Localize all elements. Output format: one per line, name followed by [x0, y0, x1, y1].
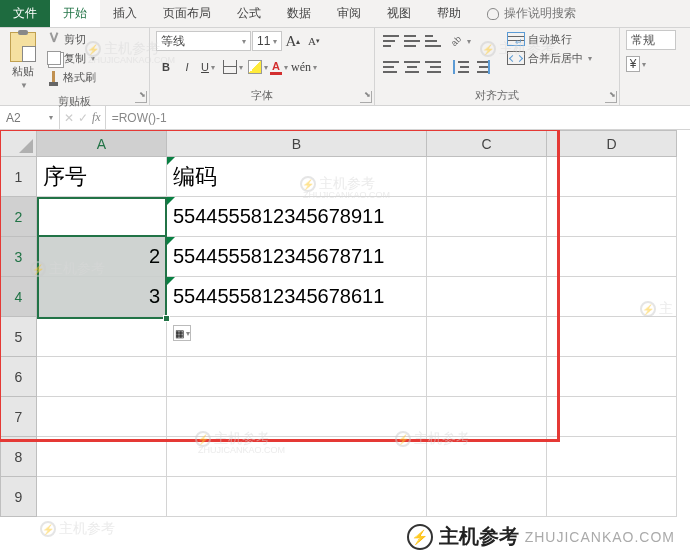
- cell-D6[interactable]: [547, 357, 677, 397]
- tab-page-layout[interactable]: 页面布局: [150, 0, 224, 27]
- cell-C7[interactable]: [427, 397, 547, 437]
- row-2: 215544555812345678911: [1, 197, 677, 237]
- font-size-selector[interactable]: 11▾: [252, 31, 282, 51]
- cell-B5[interactable]: [167, 317, 427, 357]
- number-format-selector[interactable]: 常规: [626, 30, 676, 50]
- cell-A9[interactable]: [37, 477, 167, 517]
- confirm-formula-button[interactable]: ✓: [78, 111, 88, 125]
- row-header-7[interactable]: 7: [1, 397, 37, 437]
- cell-C2[interactable]: [427, 197, 547, 237]
- clipboard-launcher[interactable]: ⬊: [135, 91, 147, 103]
- underline-button[interactable]: U▾: [198, 57, 218, 77]
- phonetic-button[interactable]: wén▾: [294, 57, 314, 77]
- decrease-indent-button[interactable]: [451, 57, 471, 77]
- cell-D9[interactable]: [547, 477, 677, 517]
- font-name-selector[interactable]: 等线▾: [156, 31, 251, 51]
- cell-A4[interactable]: 3: [37, 277, 167, 317]
- copy-button[interactable]: 复制▾: [44, 49, 99, 67]
- tab-view[interactable]: 视图: [374, 0, 424, 27]
- cell-D8[interactable]: [547, 437, 677, 477]
- decrease-font-button[interactable]: A▾: [304, 31, 324, 51]
- row-header-5[interactable]: 5: [1, 317, 37, 357]
- cell-B7[interactable]: [167, 397, 427, 437]
- align-top-button[interactable]: [381, 31, 401, 51]
- bold-button[interactable]: B: [156, 57, 176, 77]
- tab-formulas[interactable]: 公式: [224, 0, 274, 27]
- align-middle-button[interactable]: [402, 31, 422, 51]
- worksheet[interactable]: ABCD1序号编码2155445558123456789113255445558…: [0, 130, 690, 517]
- cell-A6[interactable]: [37, 357, 167, 397]
- tab-home[interactable]: 开始: [50, 0, 100, 27]
- autofill-options-button[interactable]: ▦▾: [173, 325, 191, 341]
- cell-C4[interactable]: [427, 277, 547, 317]
- col-header-C[interactable]: C: [427, 131, 547, 157]
- cancel-formula-button[interactable]: ✕: [64, 111, 74, 125]
- italic-button[interactable]: I: [177, 57, 197, 77]
- cell-A8[interactable]: [37, 437, 167, 477]
- cell-D5[interactable]: [547, 317, 677, 357]
- row-header-6[interactable]: 6: [1, 357, 37, 397]
- tell-me-search[interactable]: 操作说明搜索: [474, 0, 589, 27]
- col-header-D[interactable]: D: [547, 131, 677, 157]
- border-button[interactable]: ▾: [223, 57, 243, 77]
- formula-input[interactable]: =ROW()-1: [106, 106, 690, 129]
- cell-B3[interactable]: 5544555812345678711: [167, 237, 427, 277]
- increase-font-button[interactable]: A▴: [283, 31, 303, 51]
- cell-C5[interactable]: [427, 317, 547, 357]
- cell-D1[interactable]: [547, 157, 677, 197]
- row-header-2[interactable]: 2: [1, 197, 37, 237]
- orientation-button[interactable]: ▾: [451, 31, 471, 51]
- align-left-button[interactable]: [381, 57, 401, 77]
- cell-A7[interactable]: [37, 397, 167, 437]
- tab-review[interactable]: 审阅: [324, 0, 374, 27]
- tab-insert[interactable]: 插入: [100, 0, 150, 27]
- merge-center-button[interactable]: 合并后居中▾: [504, 49, 595, 67]
- cell-C9[interactable]: [427, 477, 547, 517]
- row-header-4[interactable]: 4: [1, 277, 37, 317]
- cell-C3[interactable]: [427, 237, 547, 277]
- align-bottom-button[interactable]: [423, 31, 443, 51]
- format-painter-label: 格式刷: [63, 70, 96, 85]
- fill-handle[interactable]: [163, 315, 170, 322]
- select-all-corner[interactable]: [1, 131, 37, 157]
- cell-B4[interactable]: 5544555812345678611: [167, 277, 427, 317]
- wrap-text-button[interactable]: 自动换行: [504, 30, 595, 48]
- cell-D2[interactable]: [547, 197, 677, 237]
- col-header-B[interactable]: B: [167, 131, 427, 157]
- accounting-format-button[interactable]: ¥▾: [626, 54, 646, 74]
- row-header-1[interactable]: 1: [1, 157, 37, 197]
- row-header-3[interactable]: 3: [1, 237, 37, 277]
- row-header-8[interactable]: 8: [1, 437, 37, 477]
- cell-C1[interactable]: [427, 157, 547, 197]
- cell-A1[interactable]: 序号: [37, 157, 167, 197]
- row-header-9[interactable]: 9: [1, 477, 37, 517]
- cell-B6[interactable]: [167, 357, 427, 397]
- tab-file[interactable]: 文件: [0, 0, 50, 27]
- cell-B1[interactable]: 编码: [167, 157, 427, 197]
- format-painter-button[interactable]: 格式刷: [44, 68, 99, 86]
- cell-C6[interactable]: [427, 357, 547, 397]
- cell-A3[interactable]: 2: [37, 237, 167, 277]
- cell-D4[interactable]: [547, 277, 677, 317]
- fx-icon[interactable]: fx: [92, 110, 101, 125]
- cell-A5[interactable]: [37, 317, 167, 357]
- align-center-button[interactable]: [402, 57, 422, 77]
- cell-A2[interactable]: 1: [37, 197, 167, 237]
- alignment-launcher[interactable]: ⬊: [605, 91, 617, 103]
- paste-button[interactable]: 粘贴 ▼: [6, 30, 40, 92]
- cell-B8[interactable]: [167, 437, 427, 477]
- font-color-button[interactable]: A▾: [269, 57, 289, 77]
- increase-indent-button[interactable]: [472, 57, 492, 77]
- align-right-button[interactable]: [423, 57, 443, 77]
- cell-D7[interactable]: [547, 397, 677, 437]
- tab-data[interactable]: 数据: [274, 0, 324, 27]
- font-launcher[interactable]: ⬊: [360, 91, 372, 103]
- cut-button[interactable]: 剪切: [44, 30, 99, 48]
- cell-B2[interactable]: 5544555812345678911: [167, 197, 427, 237]
- col-header-A[interactable]: A: [37, 131, 167, 157]
- cell-B9[interactable]: [167, 477, 427, 517]
- fill-color-button[interactable]: ▾: [248, 57, 268, 77]
- tab-help[interactable]: 帮助: [424, 0, 474, 27]
- cell-C8[interactable]: [427, 437, 547, 477]
- cell-D3[interactable]: [547, 237, 677, 277]
